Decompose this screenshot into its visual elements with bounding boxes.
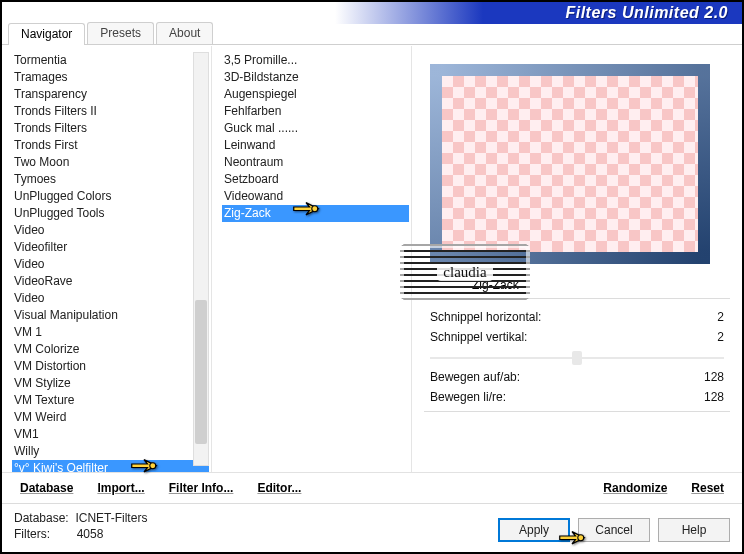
param-label: Bewegen li/re: <box>430 387 506 407</box>
param-bewegen-aufab: Bewegen auf/ab: 128 <box>430 367 724 387</box>
import-button[interactable]: Import... <box>97 481 144 495</box>
category-item[interactable]: Tronds Filters II <box>12 103 209 120</box>
param-label: Bewegen auf/ab: <box>430 367 520 387</box>
param-value: 2 <box>717 307 724 327</box>
category-scrollbar[interactable] <box>193 52 209 466</box>
param-schnippel-horizontal: Schnippel horizontal: 2 <box>430 307 724 327</box>
apply-button[interactable]: Apply <box>498 518 570 542</box>
category-item[interactable]: VM 1 <box>12 324 209 341</box>
main-content: TormentiaTramagesTransparencyTronds Filt… <box>2 45 742 472</box>
filter-column: 3,5 Promille...3D-BildstanzeAugenspiegel… <box>212 46 412 472</box>
category-item[interactable]: VM Distortion <box>12 358 209 375</box>
tab-navigator[interactable]: Navigator <box>8 23 85 45</box>
tab-strip: NavigatorPresetsAbout <box>2 22 742 45</box>
category-item[interactable]: UnPlugged Tools <box>12 205 209 222</box>
footer-info: Database: ICNET-Filters Filters: 4058 <box>14 510 147 542</box>
tab-about[interactable]: About <box>156 22 213 44</box>
parameter-panel: Schnippel horizontal: 2 Schnippel vertik… <box>412 301 742 409</box>
param-label: Schnippel horizontal: <box>430 307 541 327</box>
preview-column: Zig-Zack Schnippel horizontal: 2 Schnipp… <box>412 46 742 472</box>
filter-item[interactable]: Guck mal ...... <box>222 120 409 137</box>
category-item[interactable]: VM Texture <box>12 392 209 409</box>
filters-count: 4058 <box>77 527 104 541</box>
command-bar: Database Import... Filter Info... Editor… <box>2 472 742 503</box>
category-item[interactable]: Videofilter <box>12 239 209 256</box>
footer: Database: ICNET-Filters Filters: 4058 Ap… <box>2 503 742 552</box>
footer-buttons: Apply Cancel Help <box>498 518 730 542</box>
category-column: TormentiaTramagesTransparencyTronds Filt… <box>2 46 212 472</box>
cancel-button[interactable]: Cancel <box>578 518 650 542</box>
filter-item[interactable]: 3,5 Promille... <box>222 52 409 69</box>
category-item[interactable]: Two Moon <box>12 154 209 171</box>
randomize-button[interactable]: Randomize <box>603 481 667 495</box>
filter-list[interactable]: 3,5 Promille...3D-BildstanzeAugenspiegel… <box>212 46 411 472</box>
filters-label: Filters: <box>14 527 50 541</box>
category-item[interactable]: Video <box>12 256 209 273</box>
selected-filter-name: Zig-Zack <box>472 278 742 292</box>
database-button[interactable]: Database <box>20 481 73 495</box>
category-item[interactable]: VM Stylize <box>12 375 209 392</box>
title-bar: Filters Unlimited 2.0 <box>2 2 742 24</box>
category-item[interactable]: Tronds Filters <box>12 120 209 137</box>
db-label: Database: <box>14 511 69 525</box>
divider <box>424 411 730 412</box>
category-item[interactable]: VM1 <box>12 426 209 443</box>
param-value: 128 <box>704 387 724 407</box>
scroll-thumb[interactable] <box>195 300 207 444</box>
category-item[interactable]: UnPlugged Colors <box>12 188 209 205</box>
category-item[interactable]: VM Weird <box>12 409 209 426</box>
preview-area <box>412 46 742 268</box>
editor-button[interactable]: Editor... <box>257 481 301 495</box>
tab-presets[interactable]: Presets <box>87 22 154 44</box>
param-bewegen-lire: Bewegen li/re: 128 <box>430 387 724 407</box>
category-item[interactable]: Tramages <box>12 69 209 86</box>
filter-item[interactable]: 3D-Bildstanze <box>222 69 409 86</box>
filter-item[interactable]: Setzboard <box>222 171 409 188</box>
category-item[interactable]: VM Colorize <box>12 341 209 358</box>
category-item[interactable]: Tymoes <box>12 171 209 188</box>
filter-info-button[interactable]: Filter Info... <box>169 481 234 495</box>
preview-image <box>430 64 710 264</box>
category-item[interactable]: Video <box>12 290 209 307</box>
reset-button[interactable]: Reset <box>691 481 724 495</box>
filter-item[interactable]: Leinwand <box>222 137 409 154</box>
param-value: 128 <box>704 367 724 387</box>
category-item[interactable]: Willy <box>12 443 209 460</box>
category-item[interactable]: Tronds First <box>12 137 209 154</box>
category-item[interactable]: VideoRave <box>12 273 209 290</box>
filter-item[interactable]: Fehlfarben <box>222 103 409 120</box>
app-title: Filters Unlimited 2.0 <box>565 4 728 22</box>
category-item[interactable]: Visual Manipulation <box>12 307 209 324</box>
filter-item[interactable]: Neontraum <box>222 154 409 171</box>
category-item[interactable]: °v° Kiwi's Oelfilter <box>12 460 209 472</box>
filter-item[interactable]: Augenspiegel <box>222 86 409 103</box>
category-list[interactable]: TormentiaTramagesTransparencyTronds Filt… <box>2 46 211 472</box>
filter-item[interactable]: Videowand <box>222 188 409 205</box>
param-slider[interactable] <box>430 351 724 365</box>
db-value: ICNET-Filters <box>75 511 147 525</box>
filter-item[interactable]: Zig-Zack <box>222 205 409 222</box>
category-item[interactable]: Tormentia <box>12 52 209 69</box>
param-schnippel-vertikal: Schnippel vertikal: 2 <box>430 327 724 347</box>
help-button[interactable]: Help <box>658 518 730 542</box>
divider <box>424 298 730 299</box>
param-label: Schnippel vertikal: <box>430 327 527 347</box>
category-item[interactable]: Transparency <box>12 86 209 103</box>
param-value: 2 <box>717 327 724 347</box>
category-item[interactable]: Video <box>12 222 209 239</box>
